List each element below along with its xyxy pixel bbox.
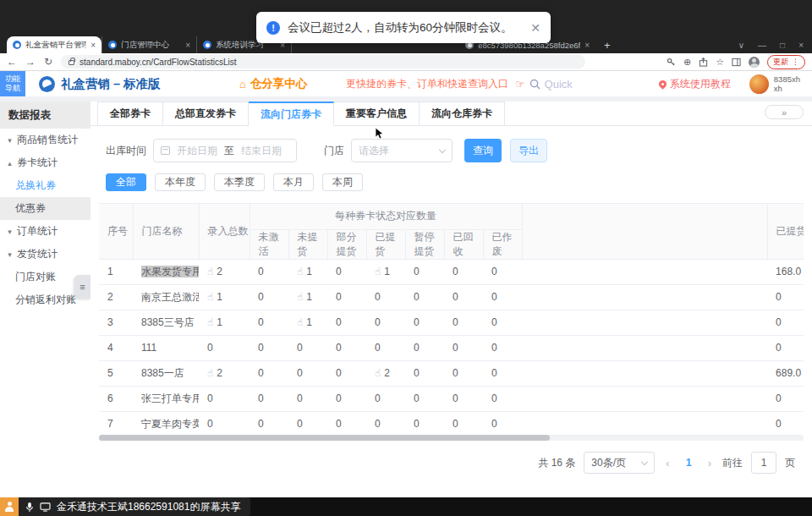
caret-down-icon: ▾ — [6, 228, 14, 236]
tab-search-icon[interactable]: ∨ — [738, 41, 744, 50]
browser-tab-title: 门店管理中心 — [121, 40, 181, 51]
store-select[interactable]: 请选择 — [351, 139, 453, 162]
cell-value[interactable]: 1 — [217, 316, 222, 328]
current-page-button[interactable]: 1 — [681, 457, 697, 469]
pointing-hand-icon: ☝ — [297, 316, 303, 328]
col-header-未提货: 未提货 — [288, 229, 327, 259]
tab-流向仓库券卡[interactable]: 流向仓库券卡 — [420, 102, 505, 126]
sidebar-item-商品销售统计[interactable]: ▾商品销售统计 — [0, 129, 91, 151]
quick-filter-全部[interactable]: 全部 — [106, 173, 146, 191]
sidebar-item-订单统计[interactable]: ▾订单统计 — [0, 220, 91, 243]
col-header-status-group: 每种券卡状态对应数量 — [250, 204, 522, 229]
cell-value[interactable]: 2 — [217, 266, 222, 277]
cell-store: 水果发货专用 — [133, 259, 199, 284]
browser-profile-avatar[interactable] — [749, 57, 760, 68]
cell-value[interactable]: 1 — [384, 266, 390, 277]
export-button[interactable]: 导出 — [510, 139, 547, 162]
browser-tab[interactable]: 门店管理中心× — [102, 36, 196, 53]
page-size-value: 30条/页 — [591, 456, 626, 470]
side-panel-icon[interactable] — [732, 58, 741, 67]
cell-store: 南京王总激活用 — [133, 284, 199, 310]
store-name[interactable]: 8385三号店 — [141, 316, 195, 328]
date-range-input[interactable]: 开始日期 至 结束日期 — [153, 139, 297, 162]
store-name[interactable]: 8385一店 — [141, 367, 184, 379]
info-icon: ! — [266, 21, 280, 35]
page-size-select[interactable]: 30条/页 — [584, 452, 655, 474]
tab-重要客户信息[interactable]: 重要客户信息 — [334, 102, 420, 126]
share-app-icon[interactable] — [0, 497, 19, 516]
next-page-icon[interactable]: › — [705, 457, 714, 469]
cell-value[interactable]: 2 — [384, 367, 390, 379]
store-name[interactable]: 宁夏羊肉专卖店 — [141, 418, 199, 430]
maximize-icon[interactable]: □ — [780, 41, 785, 50]
user-menu[interactable]: 8385xh xh — [749, 74, 800, 94]
quick-label[interactable]: Quick — [545, 78, 573, 91]
store-name[interactable]: 张三打单专用 — [141, 392, 199, 404]
col-header-filler — [522, 204, 767, 259]
tab-流向门店券卡[interactable]: 流向门店券卡 — [249, 102, 334, 126]
prev-page-icon[interactable]: ‹ — [663, 457, 672, 469]
bookmark-star-icon[interactable]: ☆ — [716, 57, 724, 68]
scrollbar-thumb[interactable] — [99, 435, 550, 441]
share-center-link[interactable]: ⌂ 仓分享中心 — [239, 76, 307, 91]
share-icon[interactable] — [699, 58, 708, 67]
search-button[interactable]: 查询 — [464, 139, 502, 162]
sidebar-item-发货统计[interactable]: ▾发货统计 — [0, 243, 91, 266]
cell-value: 0 — [336, 342, 342, 354]
cell-total: ☝1 — [199, 310, 250, 335]
quick-filter-本周[interactable]: 本周 — [322, 173, 363, 191]
minimize-icon[interactable]: — — [758, 41, 766, 50]
warehouse-icon: ⌂ — [239, 78, 246, 91]
pointing-hand-icon: ☝ — [297, 266, 303, 277]
cell-已提货: 0 — [366, 284, 405, 310]
search-icon[interactable] — [529, 79, 540, 90]
nav-toggle-button[interactable]: 功能 导航 — [0, 71, 25, 96]
horizontal-scrollbar[interactable] — [99, 435, 804, 441]
tab-总部直发券卡[interactable]: 总部直发券卡 — [163, 102, 249, 126]
cell-暂停提货: 0 — [405, 411, 444, 436]
browser-update-button[interactable]: 更新⋮ — [767, 55, 805, 69]
cell-已回收: 0 — [444, 360, 483, 386]
cell-value[interactable]: 1 — [306, 266, 312, 277]
cell-value: 0 — [336, 316, 342, 328]
tutorial-link[interactable]: 系统使用教程 — [659, 77, 731, 91]
browser-tab[interactable]: 礼盒营销平台管理中心× — [7, 36, 102, 53]
quick-entry-link[interactable]: 更快捷的券卡、订单和快递查询入口 — [346, 77, 508, 91]
panel-collapse-button[interactable]: » — [765, 105, 804, 119]
store-name[interactable]: 水果发货专用 — [141, 266, 199, 277]
forward-icon[interactable]: → — [25, 57, 36, 67]
cell-store: 111 — [133, 335, 199, 360]
reload-icon[interactable]: ↻ — [44, 57, 52, 67]
sidebar-collapse-handle[interactable]: ≡ — [74, 275, 91, 299]
tab-close-icon[interactable]: × — [91, 41, 96, 50]
sidebar-item-券卡统计[interactable]: ▴券卡统计 — [0, 151, 91, 174]
cell-value[interactable]: 2 — [217, 367, 222, 379]
zoom-icon[interactable]: ⊕ — [683, 57, 691, 68]
col-header-未激活: 未激活 — [250, 229, 288, 259]
close-window-icon[interactable]: × — [798, 41, 804, 50]
back-icon[interactable]: ← — [7, 57, 17, 67]
quick-filter-本季度[interactable]: 本季度 — [214, 173, 265, 191]
sidebar-item-优惠券[interactable]: 优惠券 — [0, 197, 91, 220]
cell-value[interactable]: 1 — [217, 291, 222, 303]
store-name[interactable]: 111 — [141, 342, 156, 354]
store-name[interactable]: 南京王总激活用 — [141, 291, 199, 303]
cell-value[interactable]: 1 — [306, 291, 312, 303]
cell-total: 0 — [199, 335, 250, 360]
quick-filter-本月[interactable]: 本月 — [273, 173, 314, 191]
cell-已回收: 0 — [444, 310, 483, 335]
tab-全部券卡[interactable]: 全部券卡 — [97, 102, 163, 126]
address-bar[interactable]: standard.maboy.cn/CardFlowStatisticsList — [61, 55, 585, 69]
sidebar-item-兑换礼券[interactable]: 兑换礼券 — [0, 174, 91, 197]
brand-logo-icon — [39, 76, 55, 92]
tab-close-icon[interactable]: × — [584, 41, 590, 50]
toast-close-icon[interactable]: ✕ — [530, 21, 540, 35]
cell-value: 0 — [297, 342, 303, 354]
key-icon[interactable] — [667, 58, 676, 67]
goto-page-input[interactable]: 1 — [751, 452, 776, 474]
cell-value[interactable]: 1 — [306, 316, 312, 328]
tab-close-icon[interactable]: × — [185, 41, 190, 50]
quick-filter-本年度[interactable]: 本年度 — [155, 173, 206, 191]
pointing-hand-icon: ☝ — [207, 266, 213, 277]
new-tab-button[interactable]: + — [604, 38, 611, 53]
